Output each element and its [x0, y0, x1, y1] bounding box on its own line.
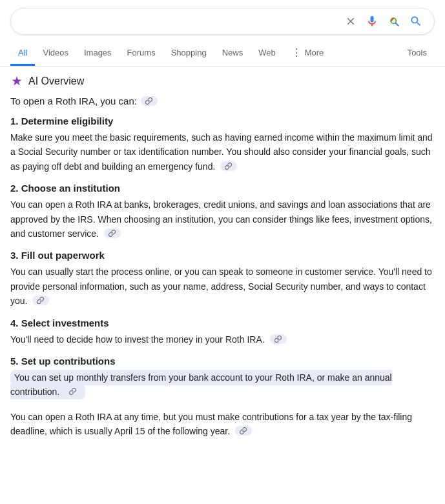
tab-web[interactable]: Web	[251, 41, 284, 66]
step-4-body: You'll need to decide how to invest the …	[10, 332, 435, 347]
tab-more[interactable]: ⋮ More	[284, 40, 332, 67]
step-5-link-chip[interactable]	[65, 387, 81, 396]
intro-link-chip[interactable]	[141, 96, 158, 106]
clear-button[interactable]	[344, 14, 358, 28]
step-5-heading: 5. Set up contributions	[10, 356, 435, 367]
link-icon	[274, 336, 282, 343]
step-5-highlighted: You can set up monthly transfers from yo…	[10, 370, 392, 399]
search-button[interactable]	[408, 14, 424, 29]
closing-text: You can open a Roth IRA at any time, but…	[10, 410, 435, 439]
link-icon	[145, 97, 152, 105]
more-dots-icon: ⋮	[291, 46, 302, 59]
link-icon	[37, 297, 44, 304]
closing-link-chip[interactable]	[235, 426, 252, 436]
link-icon	[240, 427, 247, 434]
clear-icon	[345, 15, 357, 27]
link-icon	[225, 163, 232, 170]
step-3: 3. Fill out paperwork You can usually st…	[10, 250, 435, 308]
search-icons	[344, 14, 424, 29]
mic-button[interactable]	[364, 14, 380, 29]
step-1: 1. Determine eligibility Make sure you m…	[10, 116, 435, 174]
step-2-link-chip[interactable]	[104, 228, 121, 238]
step-5: 5. Set up contributions You can set up m…	[10, 356, 435, 399]
step-1-link-chip[interactable]	[220, 161, 237, 171]
search-input[interactable]: how do i open a roth ira	[21, 15, 344, 27]
intro-text: To open a Roth IRA, you can:	[10, 96, 435, 106]
nav-tabs: All Videos Images Forums Shopping News W…	[0, 40, 445, 67]
search-bar-container: how do i open a roth ira	[0, 0, 445, 40]
intro-label: To open a Roth IRA, you can:	[10, 96, 137, 106]
step-2-body: You can open a Roth IRA at banks, broker…	[10, 197, 435, 241]
step-3-body: You can usually start the process online…	[10, 265, 435, 308]
step-3-heading: 3. Fill out paperwork	[10, 250, 435, 261]
step-5-body: You can set up monthly transfers from yo…	[10, 370, 435, 399]
step-2: 2. Choose an institution You can open a …	[10, 183, 435, 241]
step-1-body: Make sure you meet the basic requirement…	[10, 130, 435, 174]
link-icon	[109, 230, 116, 237]
search-bar: how do i open a roth ira	[10, 8, 435, 35]
tab-images[interactable]: Images	[76, 41, 119, 66]
svg-line-1	[396, 23, 398, 26]
step-1-heading: 1. Determine eligibility	[10, 116, 435, 126]
step-4-heading: 4. Select investments	[10, 318, 435, 328]
step-3-link-chip[interactable]	[32, 296, 49, 305]
tab-shopping[interactable]: Shopping	[163, 41, 214, 66]
lens-icon	[388, 15, 400, 28]
step-2-heading: 2. Choose an institution	[10, 183, 435, 194]
tab-videos[interactable]: Videos	[35, 41, 76, 66]
tab-all[interactable]: All	[10, 41, 35, 66]
ai-overview-header: AI Overview	[10, 75, 435, 88]
ai-overview-title: AI Overview	[28, 76, 84, 87]
lens-button[interactable]	[386, 14, 402, 29]
more-label: More	[305, 48, 324, 57]
mic-icon	[366, 15, 378, 28]
tab-news[interactable]: News	[214, 41, 251, 66]
tools-button[interactable]: Tools	[400, 41, 435, 66]
step-4: 4. Select investments You'll need to dec…	[10, 318, 435, 347]
main-content: AI Overview To open a Roth IRA, you can:…	[0, 67, 445, 446]
search-icon	[409, 15, 422, 28]
step-4-link-chip[interactable]	[270, 334, 287, 344]
tab-forums[interactable]: Forums	[119, 41, 163, 66]
link-icon	[69, 388, 76, 395]
ai-star-icon	[10, 75, 23, 88]
